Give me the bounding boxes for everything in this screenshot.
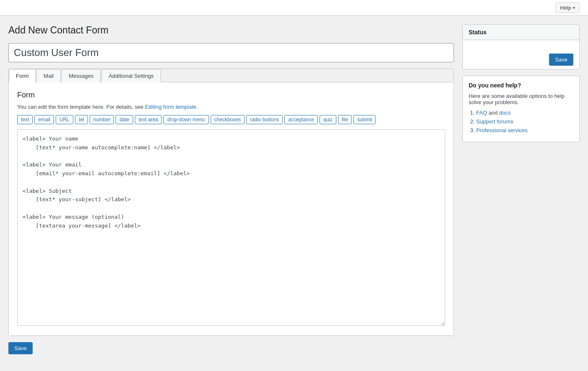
sidebar-save-button[interactable]: Save bbox=[549, 54, 573, 66]
form-description: You can edit the form template here. For… bbox=[17, 104, 445, 110]
help-button[interactable]: Help ▾ bbox=[555, 3, 580, 13]
tag-button-tel[interactable]: tel bbox=[75, 115, 88, 124]
status-box-content bbox=[463, 40, 579, 50]
tag-button-text-area[interactable]: text area bbox=[135, 115, 162, 124]
form-description-prefix: You can edit the form template here. For… bbox=[17, 104, 144, 110]
tag-button-checkboxes[interactable]: checkboxes bbox=[211, 115, 245, 124]
and-separator: and bbox=[489, 110, 499, 116]
tab-mail[interactable]: Mail bbox=[36, 69, 61, 82]
chevron-down-icon: ▾ bbox=[573, 5, 575, 10]
tag-button-text[interactable]: text bbox=[17, 115, 33, 124]
help-box-description: Here are some available options to help … bbox=[469, 93, 573, 105]
top-bar: Help ▾ bbox=[0, 0, 588, 16]
main-content: Add New Contact Form Form Mail Messages … bbox=[8, 24, 454, 354]
help-box-content: Do you need help? Here are some availabl… bbox=[463, 76, 579, 142]
docs-link[interactable]: docs bbox=[499, 110, 511, 116]
tag-button-date[interactable]: date bbox=[116, 115, 133, 124]
sidebar-save-row: Save bbox=[463, 50, 579, 69]
sidebar: Status Save Do you need help? Here are s… bbox=[462, 24, 580, 148]
tag-button-email[interactable]: email bbox=[34, 115, 54, 124]
help-links-list: FAQ and docs Support forums Professional… bbox=[469, 110, 573, 133]
tab-additional-settings[interactable]: Additional Settings bbox=[101, 69, 161, 82]
help-link-item-3: Professional services bbox=[476, 127, 573, 133]
bottom-save-button[interactable]: Save bbox=[8, 342, 33, 354]
tab-content-form: Form You can edit the form template here… bbox=[9, 82, 454, 335]
tag-button-URL[interactable]: URL bbox=[56, 115, 73, 124]
tabs-header: Form Mail Messages Additional Settings bbox=[9, 69, 454, 82]
faq-link[interactable]: FAQ bbox=[476, 110, 487, 116]
page-wrapper: Add New Contact Form Form Mail Messages … bbox=[0, 16, 588, 363]
tab-form[interactable]: Form bbox=[9, 69, 36, 82]
help-link-item-2: Support forums bbox=[476, 118, 573, 125]
tabs-wrapper: Form Mail Messages Additional Settings F… bbox=[8, 69, 454, 336]
tag-button-number[interactable]: number bbox=[90, 115, 114, 124]
bottom-save-area: Save bbox=[8, 342, 454, 354]
tag-button-file[interactable]: file bbox=[338, 115, 352, 124]
support-forums-link[interactable]: Support forums bbox=[476, 118, 513, 125]
form-name-input[interactable] bbox=[8, 43, 454, 62]
help-box-title: Do you need help? bbox=[469, 82, 573, 89]
professional-services-link[interactable]: Professional services bbox=[476, 127, 528, 133]
tag-button-quiz[interactable]: quiz bbox=[320, 115, 336, 124]
tag-button-acceptance[interactable]: acceptance bbox=[284, 115, 317, 124]
form-editor-textarea[interactable] bbox=[17, 129, 445, 326]
form-description-suffix: . bbox=[196, 104, 198, 110]
editing-form-template-link[interactable]: Editing form template bbox=[145, 104, 196, 110]
form-section-title: Form bbox=[17, 91, 445, 100]
tab-messages[interactable]: Messages bbox=[62, 69, 101, 82]
tag-buttons-container: textemailURLtelnumberdatetext areadrop-d… bbox=[17, 115, 445, 124]
status-box-title: Status bbox=[463, 25, 579, 40]
help-label: Help bbox=[560, 5, 571, 11]
page-title: Add New Contact Form bbox=[8, 24, 454, 37]
tag-button-drop-down-menu[interactable]: drop-down menu bbox=[163, 115, 209, 124]
help-box: Do you need help? Here are some availabl… bbox=[462, 76, 580, 142]
tag-button-submit[interactable]: submit bbox=[353, 115, 376, 124]
tag-button-radio-buttons[interactable]: radio buttons bbox=[246, 115, 283, 124]
help-link-item-1: FAQ and docs bbox=[476, 110, 573, 116]
status-box: Status Save bbox=[462, 24, 580, 69]
